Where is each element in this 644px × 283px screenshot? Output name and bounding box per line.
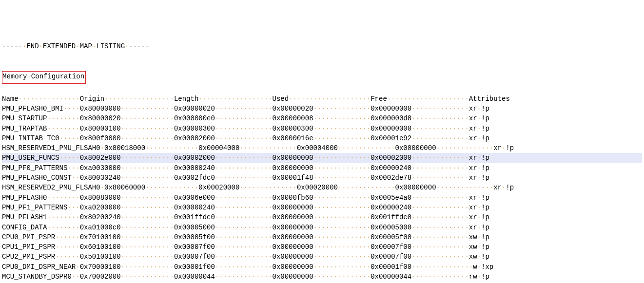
table-row: PMU_PFLASH0········0x80080000···········… (2, 193, 642, 203)
table-row: HSM_RESERVED1_PMU_FLSAH0·0x80018000·····… (2, 143, 642, 153)
table-row: CPU0_PMI_PSPR······0x70100100···········… (2, 232, 642, 242)
table-row: PMU_PFLASH1········0x80200240···········… (2, 212, 642, 222)
table-row: HSM_RESERVED2_PMU_FLSAH0·0x80060000·····… (2, 183, 642, 192)
table-row: CPU0_DMI_DSPR_NEAR·0x70000100···········… (2, 262, 642, 272)
table-row: PMU_PFLASH0_CONST··0x80030240···········… (2, 173, 642, 183)
blank-line (2, 84, 642, 94)
table-row: PMU_INTTAB_TC0·····0x800f0000···········… (2, 133, 642, 143)
blank-line (2, 61, 642, 71)
table-row: PMU_PF1_PATTERNS···0xa0200000···········… (2, 203, 642, 212)
table-row: PMU_USER_FUNCS·····0x8002e000···········… (2, 153, 642, 163)
end-extended-map-listing: -----·END·EXTENDED·MAP·LISTING·----- (2, 41, 642, 51)
table-row: PMU_PF0_PATTERNS···0xa0030000···········… (2, 163, 642, 173)
table-header: Name···············Origin···············… (2, 94, 642, 104)
table-row: CONFIG_DATA········0xa01000c0···········… (2, 223, 642, 232)
table-row: PMU_PFLASH0_BMI····0x80000000···········… (2, 104, 642, 113)
table-row: CPU1_PMI_PSPR······0x60100100···········… (2, 242, 642, 252)
table-row: PMU_TRAPTAB········0x80000100···········… (2, 124, 642, 133)
table-row: PMU_STARTUP········0x80000020···········… (2, 113, 642, 123)
blank-line (2, 51, 642, 61)
table-row: CPU2_PMI_PSPR······0x50100100···········… (2, 252, 642, 262)
table-row: MCU_STANDBY_DSPR0··0x70002000···········… (2, 272, 642, 282)
section-title-box: Memory·Configuration (2, 71, 86, 84)
